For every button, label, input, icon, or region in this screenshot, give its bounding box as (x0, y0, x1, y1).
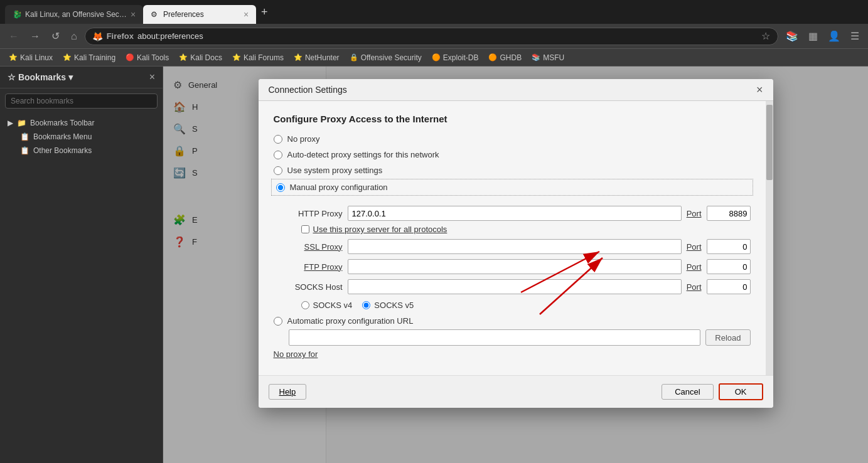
address-input[interactable] (137, 31, 758, 41)
no-proxy-option[interactable]: No proxy (274, 134, 751, 144)
socks-port-input[interactable] (707, 279, 751, 294)
arrow-icon: ▶ (8, 119, 13, 127)
bookmark-exploitdb-icon: 🟠 (432, 53, 441, 61)
new-tab-button[interactable]: + (256, 6, 273, 19)
bookmark-nethunter[interactable]: ⭐ NetHunter (290, 52, 343, 63)
auto-proxy-url-input[interactable] (289, 329, 701, 346)
system-proxy-label: Use system proxy settings (287, 166, 383, 175)
bookmark-offensive-security[interactable]: 🔒 Offensive Security (346, 52, 426, 63)
folder-icon: 📁 (17, 119, 26, 127)
tab-kali[interactable]: 🐉 Kali Linux, an Offensive Sec… × (5, 5, 143, 24)
bookmark-nethunter-icon: ⭐ (294, 53, 303, 61)
bookmark-kali-icon: ⭐ (9, 53, 18, 61)
proxy-fields: HTTP Proxy Port Use this proxy server fo… (286, 206, 751, 310)
sidebar-close-button[interactable]: × (149, 72, 155, 83)
sidebar-toggle-button[interactable]: ▦ (805, 28, 822, 45)
manual-proxy-radio[interactable] (276, 183, 285, 192)
ssl-port-input[interactable] (707, 239, 751, 254)
reload-button[interactable]: Reload (705, 329, 750, 346)
sidebar-search-input[interactable] (5, 93, 158, 109)
tab-preferences-close[interactable]: × (244, 9, 249, 19)
bookmark-docs-icon: ⭐ (179, 53, 188, 61)
bookmark-kali-training[interactable]: ⭐ Kali Training (59, 52, 119, 63)
page-content: ⚙ General 🏠 H 🔍 S 🔒 P (163, 67, 868, 463)
account-button[interactable]: 👤 (824, 28, 844, 45)
bookmark-exploit-db[interactable]: 🟠 Exploit-DB (428, 52, 483, 63)
socks-v5-radio[interactable] (362, 301, 370, 309)
socks-host-input[interactable] (348, 279, 682, 294)
sidebar-item-other-bookmarks[interactable]: 📋 Other Bookmarks (0, 144, 163, 157)
dialog-content: Configure Proxy Access to the Internet N… (259, 101, 766, 375)
library-button[interactable]: 📚 (782, 28, 802, 45)
no-proxy-label: No proxy (287, 134, 320, 144)
tab-kali-close[interactable]: × (131, 9, 136, 19)
auto-detect-option[interactable]: Auto-detect proxy settings for this netw… (274, 150, 751, 159)
ftp-proxy-input[interactable] (348, 259, 682, 274)
bookmark-tools-icon: 🔴 (126, 53, 134, 61)
use-for-all-checkbox[interactable] (301, 225, 309, 233)
other-folder-icon: 📋 (20, 146, 29, 155)
reload-button[interactable]: ↺ (48, 28, 63, 45)
socks-v4-option[interactable]: SOCKS v4 (301, 301, 353, 310)
http-port-input[interactable] (707, 206, 751, 221)
browser-window: 🐉 Kali Linux, an Offensive Sec… × ⚙ Pref… (0, 0, 868, 463)
manual-proxy-option[interactable]: Manual proxy configuration (274, 181, 751, 193)
system-proxy-radio[interactable] (274, 166, 282, 175)
no-proxy-radio[interactable] (274, 135, 282, 144)
socks-host-row: SOCKS Host Port (286, 279, 751, 294)
bookmarks-bar: ⭐ Kali Linux ⭐ Kali Training 🔴 Kali Tool… (0, 49, 868, 67)
address-prefix: Firefox (107, 31, 134, 41)
help-button[interactable]: Help (269, 384, 307, 400)
bookmark-kali-forums[interactable]: ⭐ Kali Forums (228, 52, 287, 63)
bookmark-kali-docs[interactable]: ⭐ Kali Docs (175, 52, 226, 63)
cancel-button[interactable]: Cancel (662, 384, 713, 400)
auto-proxy-radio[interactable] (274, 317, 282, 326)
ftp-proxy-label: FTP Proxy (286, 262, 343, 272)
socks-v4-radio[interactable] (301, 301, 309, 309)
dialog-scrollbar[interactable] (766, 101, 773, 375)
bookmark-ghdb[interactable]: 🟠 GHDB (485, 52, 525, 63)
manual-proxy-label: Manual proxy configuration (290, 183, 388, 192)
auto-detect-label: Auto-detect proxy settings for this netw… (287, 150, 439, 159)
tab-preferences[interactable]: ⚙ Preferences × (143, 5, 256, 24)
back-button[interactable]: ← (5, 28, 23, 45)
tab-preferences-title: Preferences (163, 10, 204, 19)
socks-v5-option[interactable]: SOCKS v5 (362, 301, 414, 310)
use-for-all-label[interactable]: Use this proxy server for all protocols (313, 225, 447, 234)
sidebar-item-bookmarks-menu[interactable]: 📋 Bookmarks Menu (0, 130, 163, 144)
ftp-port-input[interactable] (707, 259, 751, 274)
socks-v5-label: SOCKS v5 (374, 301, 414, 310)
home-button[interactable]: ⌂ (67, 28, 81, 45)
bookmark-training-icon: ⭐ (63, 53, 72, 61)
bookmark-kali-linux[interactable]: ⭐ Kali Linux (5, 52, 56, 63)
tab-bar: 🐉 Kali Linux, an Offensive Sec… × ⚙ Pref… (0, 0, 868, 24)
socks-version-row: SOCKS v4 SOCKS v5 (301, 301, 751, 310)
auto-proxy-option[interactable]: Automatic proxy configuration URL (274, 316, 751, 326)
http-proxy-input[interactable] (348, 206, 682, 221)
menu-folder-icon: 📋 (20, 132, 29, 141)
ssl-proxy-row: SSL Proxy Port (286, 239, 751, 254)
bookmark-offsec-icon: 🔒 (350, 53, 358, 61)
auto-proxy-section: Automatic proxy configuration URL Reload (274, 316, 751, 346)
ssl-proxy-input[interactable] (348, 239, 682, 254)
prefs-tab-icon: ⚙ (151, 10, 159, 19)
system-proxy-option[interactable]: Use system proxy settings (274, 166, 751, 175)
bookmark-star-button[interactable]: ☆ (761, 30, 770, 42)
address-bar[interactable]: 🦊 Firefox ☆ (85, 28, 778, 45)
sidebar-item-bookmarks-toolbar[interactable]: ▶ 📁 Bookmarks Toolbar (0, 116, 163, 130)
no-proxy-for-label[interactable]: No proxy for (274, 349, 751, 359)
use-for-all-row: Use this proxy server for all protocols (301, 225, 751, 234)
auto-detect-radio[interactable] (274, 151, 282, 159)
dialog-close-button[interactable]: × (756, 84, 763, 95)
socks-port-label: Port (687, 282, 702, 292)
kali-tab-icon: 🐉 (13, 10, 21, 19)
ok-button[interactable]: OK (719, 383, 763, 400)
sidebar-tree: ▶ 📁 Bookmarks Toolbar 📋 Bookmarks Menu 📋… (0, 114, 163, 463)
forward-button[interactable]: → (26, 28, 44, 45)
bookmark-kali-tools[interactable]: 🔴 Kali Tools (122, 52, 173, 63)
bookmark-msfu[interactable]: 📚 MSFU (528, 52, 568, 63)
dialog-scrollbar-thumb[interactable] (766, 105, 773, 180)
menu-button[interactable]: ☰ (847, 28, 863, 45)
sidebar-title: ☆ Bookmarks ▾ (8, 72, 73, 82)
socks-v4-label: SOCKS v4 (313, 301, 353, 310)
